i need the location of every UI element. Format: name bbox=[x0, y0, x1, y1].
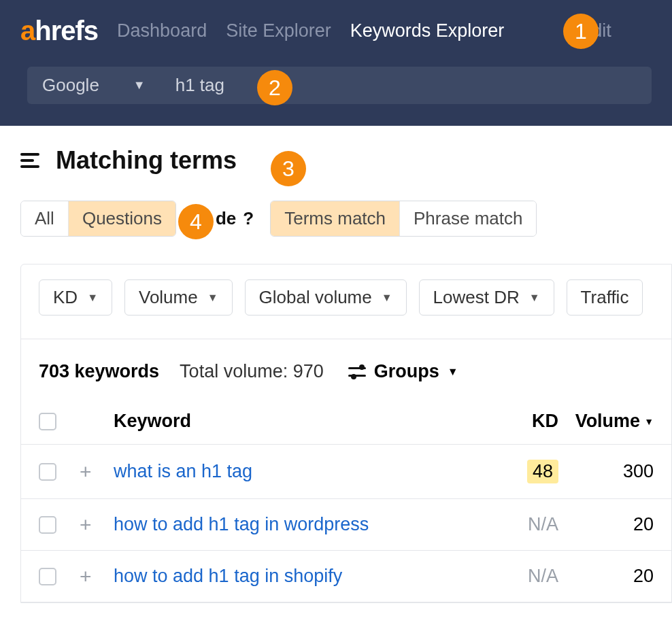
header-volume[interactable]: Volume▼ bbox=[558, 411, 654, 432]
keyword-link[interactable]: what is an h1 tag bbox=[114, 461, 490, 482]
filter-tabs: All Questions de ? Terms match Phrase ma… bbox=[20, 201, 672, 237]
volume-cell: 20 bbox=[558, 514, 654, 535]
content: Matching terms All Questions de ? Terms … bbox=[0, 126, 672, 603]
table-row: + how to add h1 tag in shopify N/A 20 bbox=[21, 551, 671, 602]
nav-dashboard[interactable]: Dashboard bbox=[117, 20, 207, 41]
annotation-marker-4: 4 bbox=[178, 204, 214, 239]
search-input[interactable] bbox=[161, 67, 652, 104]
caret-down-icon: ▼ bbox=[207, 292, 218, 304]
row-checkbox[interactable] bbox=[39, 568, 56, 585]
expand-icon[interactable]: + bbox=[80, 462, 114, 482]
type-tab-group: All Questions bbox=[20, 201, 176, 237]
table-row: + how to add h1 tag in wordpress N/A 20 bbox=[21, 499, 671, 551]
select-all-checkbox[interactable] bbox=[39, 413, 56, 430]
kd-badge: 48 bbox=[527, 460, 558, 483]
filter-kd[interactable]: KD▼ bbox=[39, 279, 112, 316]
sliders-icon bbox=[348, 364, 366, 379]
row-checkbox[interactable] bbox=[39, 463, 56, 481]
filter-volume[interactable]: Volume▼ bbox=[124, 279, 233, 316]
caret-down-icon: ▼ bbox=[87, 292, 98, 304]
keyword-link[interactable]: how to add h1 tag in shopify bbox=[114, 566, 490, 587]
logo: ahrefs bbox=[20, 16, 98, 46]
expand-icon[interactable]: + bbox=[80, 566, 114, 587]
volume-cell: 300 bbox=[558, 461, 654, 482]
row-checkbox[interactable] bbox=[39, 516, 56, 534]
annotation-marker-1: 1 bbox=[563, 14, 599, 49]
nav-site-explorer[interactable]: Site Explorer bbox=[226, 20, 331, 41]
header-keyword[interactable]: Keyword bbox=[114, 411, 490, 432]
logo-rest: hrefs bbox=[35, 16, 98, 46]
table-header: Keyword KD Volume▼ bbox=[21, 392, 671, 445]
filter-row: KD▼ Volume▼ Global volume▼ Lowest DR▼ Tr… bbox=[21, 279, 671, 339]
filter-global-volume[interactable]: Global volume▼ bbox=[245, 279, 407, 316]
source-select[interactable]: Google ▼ bbox=[27, 67, 161, 104]
filter-lowest-dr[interactable]: Lowest DR▼ bbox=[419, 279, 554, 316]
tab-terms-match[interactable]: Terms match bbox=[271, 201, 400, 236]
total-volume: Total volume: 970 bbox=[180, 361, 324, 382]
keyword-count: 703 keywords bbox=[39, 361, 159, 382]
groups-button[interactable]: Groups ▼ bbox=[348, 361, 458, 382]
filter-traffic[interactable]: Traffic bbox=[567, 279, 643, 316]
volume-cell: 20 bbox=[558, 566, 654, 587]
source-label: Google bbox=[42, 75, 99, 96]
sort-desc-icon: ▼ bbox=[644, 416, 654, 427]
heading-row: Matching terms bbox=[20, 146, 672, 175]
caret-down-icon: ▼ bbox=[529, 292, 540, 304]
annotation-marker-3: 3 bbox=[271, 151, 306, 186]
kd-na: N/A bbox=[528, 514, 558, 534]
help-icon[interactable]: ? bbox=[243, 208, 254, 229]
page-title: Matching terms bbox=[56, 146, 237, 175]
caret-down-icon: ▼ bbox=[133, 78, 146, 92]
nav-keywords-explorer[interactable]: Keywords Explorer bbox=[350, 20, 505, 41]
match-tab-group: Terms match Phrase match bbox=[270, 201, 537, 237]
header-kd[interactable]: KD bbox=[490, 411, 558, 432]
caret-down-icon: ▼ bbox=[448, 366, 458, 378]
caret-down-icon: ▼ bbox=[382, 292, 392, 304]
table-row: + what is an h1 tag 48 300 bbox=[21, 445, 671, 499]
tab-questions[interactable]: Questions bbox=[69, 201, 175, 236]
mode-label: de ? bbox=[212, 201, 262, 237]
tab-phrase-match[interactable]: Phrase match bbox=[400, 201, 536, 236]
table-container: KD▼ Volume▼ Global volume▼ Lowest DR▼ Tr… bbox=[20, 264, 672, 603]
annotation-marker-2: 2 bbox=[257, 70, 292, 105]
menu-icon[interactable] bbox=[20, 153, 39, 168]
kd-na: N/A bbox=[528, 566, 558, 586]
summary-row: 703 keywords Total volume: 970 Groups ▼ bbox=[21, 339, 671, 392]
search-bar: Google ▼ bbox=[0, 61, 672, 126]
tab-all[interactable]: All bbox=[21, 201, 69, 236]
expand-icon[interactable]: + bbox=[80, 515, 114, 535]
logo-a: a bbox=[20, 16, 35, 46]
keyword-link[interactable]: how to add h1 tag in wordpress bbox=[114, 514, 490, 535]
